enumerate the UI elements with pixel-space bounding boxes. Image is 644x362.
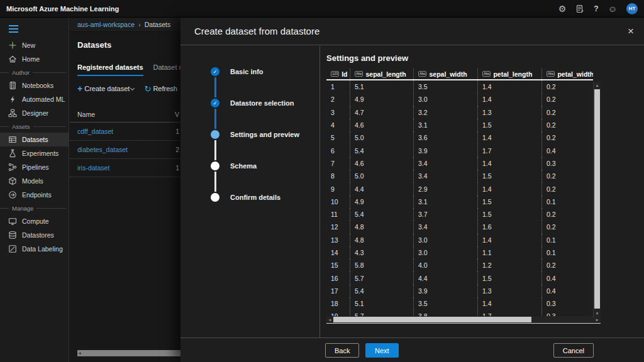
close-icon[interactable]: ×: [628, 26, 634, 36]
wizard-step-basic-info[interactable]: ✓Basic info: [211, 67, 319, 76]
string-type-icon: Abc: [547, 71, 555, 77]
models-icon: [8, 177, 17, 185]
next-button[interactable]: Next: [365, 343, 399, 358]
content-heading: Settings and preview: [326, 53, 644, 63]
sidebar: NewHomeAuthorNotebooksAutomated MLDesign…: [0, 18, 69, 362]
version-column-header[interactable]: V: [175, 111, 179, 118]
breadcrumb-chevron-icon: ›: [138, 21, 141, 28]
sidebar-item-notebooks[interactable]: Notebooks: [0, 79, 69, 92]
sidebar-item-datastores[interactable]: Datastores: [0, 228, 69, 242]
dataset-name-link[interactable]: iris-dataset: [77, 164, 109, 172]
breadcrumb-current: Datasets: [145, 21, 170, 28]
numeric-type-icon: 123: [331, 71, 339, 77]
wizard-step-confirm-details[interactable]: Confirm details: [211, 192, 319, 202]
table-vertical-scrollbar[interactable]: ▴ ▾: [593, 82, 601, 317]
dialog-footer: Back Next Cancel: [180, 337, 644, 362]
tab-dataset-monitors[interactable]: Dataset mo: [153, 63, 180, 76]
column-header-sepal-length[interactable]: Abcsepal_length: [350, 69, 413, 79]
wizard-step-schema[interactable]: Schema: [211, 161, 319, 170]
table-row: 65.43.91.70.4: [326, 144, 593, 156]
preview-header: 123IdAbcsepal_lengthAbcsepal_widthAbcpet…: [326, 69, 593, 80]
dataset-version: 1: [175, 128, 179, 135]
column-header-id[interactable]: 123Id: [326, 69, 350, 79]
chevron-down-icon: [130, 85, 135, 90]
sidebar-item-models[interactable]: Models: [0, 174, 69, 188]
scroll-up-icon: ▴: [594, 82, 601, 89]
sidebar-item-experiments[interactable]: Experiments: [0, 146, 69, 160]
sidebar-item-pipelines[interactable]: Pipelines: [0, 160, 69, 174]
step-check-icon: ✓: [211, 99, 219, 107]
settings-gear-icon[interactable]: ⚙: [558, 4, 567, 13]
step-connector: [214, 172, 216, 192]
table-row: 155.84.01.20.2: [326, 259, 593, 272]
hamburger-menu-icon[interactable]: [0, 18, 69, 38]
breadcrumb-workspace-link[interactable]: aus-aml-workspace: [77, 21, 135, 28]
notebook-icon: [8, 81, 17, 90]
sidebar-item-home[interactable]: Home: [0, 52, 69, 66]
column-header-petal-length[interactable]: Abcpetal_length: [477, 69, 541, 79]
dataset-row-cdff-dataset[interactable]: cdff_dataset1: [70, 123, 180, 141]
horizontal-scroll-thumb[interactable]: [333, 317, 531, 322]
sidebar-item-designer[interactable]: Designer: [0, 106, 69, 120]
dataset-tabs: Registered datasets Dataset mo: [70, 63, 180, 76]
dataset-list: Name V cdff_dataset1diabetes_dataset2iri…: [70, 106, 180, 177]
table-horizontal-scrollbar[interactable]: ◂ ▸: [326, 316, 601, 323]
dataset-row-iris-dataset[interactable]: iris-dataset1: [70, 159, 180, 177]
sidebar-item-endpoints[interactable]: Endpoints: [0, 188, 69, 202]
sidebar-section-assets: Assets: [0, 120, 69, 133]
step-label: Schema: [230, 162, 257, 170]
help-icon[interactable]: ?: [594, 5, 598, 13]
compute-icon: [8, 217, 17, 226]
sidebar-section-manage: Manage: [0, 202, 69, 214]
column-header-sepal-width[interactable]: Abcsepal_width: [413, 69, 477, 79]
dialog-header: Create dataset from datastore ×: [180, 18, 644, 45]
user-avatar[interactable]: HT: [626, 3, 638, 14]
panel-horizontal-scrollbar[interactable]: ◂: [77, 350, 180, 356]
scroll-left-icon: ◂: [77, 351, 81, 356]
datasets-icon: [8, 135, 17, 144]
automl-icon: [8, 95, 17, 104]
table-row: 34.73.21.30.2: [326, 106, 593, 119]
vertical-scroll-thumb[interactable]: [594, 89, 600, 309]
release-notes-icon[interactable]: [575, 4, 584, 13]
table-row: 44.63.11.50.2: [326, 119, 593, 131]
sidebar-section-author: Author: [0, 66, 69, 79]
sidebar-item-compute[interactable]: Compute: [0, 214, 69, 228]
wizard-step-datastore-selection[interactable]: ✓Datastore selection: [211, 98, 319, 107]
feedback-smiley-icon[interactable]: ☺: [608, 4, 617, 13]
string-type-icon: Abc: [418, 71, 426, 77]
table-row: 15.13.51.40.2: [326, 80, 593, 93]
column-header-petal-width[interactable]: Abcpetal_width: [541, 69, 593, 79]
cancel-button[interactable]: Cancel: [553, 343, 594, 358]
dataset-list-body: cdff_dataset1diabetes_dataset2iris-datas…: [70, 123, 180, 177]
wizard-steps: ✓Basic info✓Datastore selectionSettings …: [180, 46, 320, 337]
step-circle-icon: [211, 162, 219, 170]
dataset-version: 1: [175, 164, 179, 172]
labeling-icon: [8, 244, 17, 253]
string-type-icon: Abc: [355, 71, 363, 77]
dataset-name-link[interactable]: cdff_dataset: [77, 128, 113, 135]
refresh-button[interactable]: ↻ Refresh: [140, 84, 177, 94]
dataset-name-link[interactable]: diabetes_dataset: [77, 146, 128, 153]
breadcrumb: aus-aml-workspace › Datasets: [70, 18, 180, 32]
step-connector: [214, 77, 216, 97]
create-dataset-button[interactable]: + Create dataset: [77, 84, 136, 94]
name-column-header[interactable]: Name: [77, 111, 95, 118]
wizard-step-settings-and-preview[interactable]: Settings and preview: [211, 129, 319, 139]
table-row: 55.03.61.40.2: [326, 131, 593, 144]
create-dataset-dialog: Create dataset from datastore × ✓Basic i…: [180, 18, 644, 362]
sidebar-item-new[interactable]: New: [0, 38, 69, 52]
back-button[interactable]: Back: [325, 343, 359, 358]
sidebar-item-data-labeling[interactable]: Data Labeling: [0, 242, 69, 256]
table-row: 74.63.41.40.3: [326, 157, 593, 170]
dataset-list-header: Name V: [70, 106, 180, 123]
table-row: 85.03.41.50.2: [326, 170, 593, 182]
sidebar-item-datasets[interactable]: Datasets: [0, 133, 69, 146]
step-check-icon: ✓: [211, 67, 219, 76]
sidebar-item-automated-ml[interactable]: Automated ML: [0, 92, 69, 106]
experiments-icon: [8, 149, 17, 158]
refresh-icon: ↻: [144, 84, 151, 94]
preview-table: 123IdAbcsepal_lengthAbcsepal_widthAbcpet…: [326, 69, 601, 324]
dataset-row-diabetes-dataset[interactable]: diabetes_dataset2: [70, 141, 180, 159]
tab-registered-datasets[interactable]: Registered datasets: [77, 63, 143, 76]
